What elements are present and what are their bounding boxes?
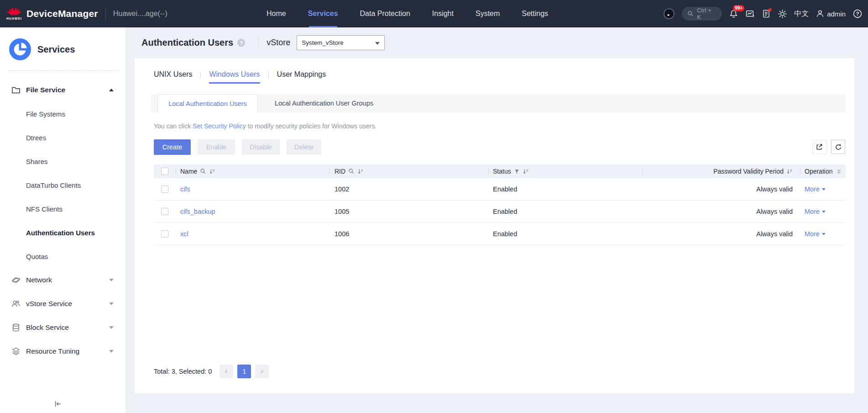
sidebar-group-file-service[interactable]: File Service [0, 78, 125, 102]
set-security-policy-link[interactable]: Set Security Policy [193, 122, 246, 130]
navbar-right: Ctrl + K 99+ 中文 admin [663, 0, 863, 27]
caret-down-icon [822, 233, 826, 235]
filter-icon[interactable] [514, 169, 520, 175]
chevron-up-icon[interactable] [109, 89, 114, 91]
refresh-button[interactable] [831, 140, 845, 154]
column-settings-icon[interactable] [836, 169, 842, 175]
main-nav: Home Services Data Protection Insight Sy… [267, 0, 548, 27]
settings-gear-icon[interactable] [778, 9, 787, 19]
search-icon [687, 11, 694, 17]
search-icon[interactable] [200, 168, 206, 175]
table-header: Name RID Status Password Validity Period [154, 164, 846, 178]
chevron-down-icon[interactable] [109, 326, 114, 329]
search-shortcut: Ctrl + K [697, 7, 716, 21]
caret-down-icon [822, 188, 826, 191]
user-name-link[interactable]: xcl [180, 230, 188, 238]
nav-data-protection[interactable]: Data Protection [360, 0, 410, 27]
create-button[interactable]: Create [154, 139, 191, 155]
huawei-logo: HUAWEI [6, 7, 22, 20]
hint-prefix: You can click [154, 122, 193, 130]
nav-insight[interactable]: Insight [432, 0, 454, 27]
caret-down-icon [822, 211, 826, 213]
table-row: xcl 1006 Enabled Always valid More [154, 223, 846, 245]
sidebar: Services File Service File Systems Dtree… [0, 27, 125, 413]
user-menu[interactable]: admin [816, 9, 846, 18]
nav-system[interactable]: System [476, 0, 500, 27]
sidebar-item-dtrees[interactable]: Dtrees [0, 126, 125, 149]
sort-icon[interactable] [209, 168, 215, 175]
chevron-down-icon[interactable] [109, 302, 114, 305]
local-auth-subtabs: Local Authentication Users Local Authent… [151, 94, 846, 112]
sidebar-group-resource-tuning[interactable]: Resource Tuning [0, 339, 125, 363]
collapse-sidebar-icon[interactable] [54, 400, 62, 409]
row-checkbox[interactable] [161, 185, 168, 193]
column-operation: Operation [805, 168, 832, 175]
delete-button[interactable]: Delete [287, 139, 321, 155]
select-all-checkbox[interactable] [161, 168, 168, 175]
disable-button[interactable]: Disable [242, 139, 280, 155]
toolbar: Create Enable Disable Delete [154, 139, 321, 155]
sidebar-divider [8, 70, 119, 71]
user-type-tabs: UNIX Users Windows Users User Mappings [154, 70, 326, 79]
svg-text:?: ? [856, 11, 859, 16]
language-toggle[interactable]: 中文 [794, 9, 809, 19]
gauge-icon[interactable] [663, 8, 675, 20]
tab-unix-users[interactable]: UNIX Users [154, 70, 192, 79]
rid-value: 1005 [335, 208, 349, 215]
tab-user-mappings[interactable]: User Mappings [277, 70, 326, 79]
export-button[interactable] [812, 140, 826, 154]
vstore-select[interactable]: System_vStore [297, 35, 385, 50]
nav-services[interactable]: Services [308, 0, 338, 27]
performance-chart-icon[interactable] [745, 9, 755, 19]
sidebar-item-authentication-users[interactable]: Authentication Users [0, 221, 125, 244]
database-icon [11, 323, 21, 332]
network-planet-icon [11, 275, 21, 285]
table-row: cifs 1002 Enabled Always valid More [154, 178, 846, 201]
column-name: Name [180, 168, 197, 175]
sidebar-group-block-service[interactable]: Block Service [0, 316, 125, 339]
status-value: Enabled [493, 208, 517, 215]
sort-icon[interactable] [357, 168, 364, 175]
notifications-bell-icon[interactable]: 99+ [729, 9, 738, 19]
page-1-button[interactable]: 1 [237, 365, 251, 378]
sidebar-item-file-systems[interactable]: File Systems [0, 102, 125, 126]
search-icon[interactable] [348, 168, 355, 175]
global-search[interactable]: Ctrl + K [682, 7, 722, 21]
more-menu[interactable]: More [805, 208, 826, 215]
app-title: DeviceManager [26, 8, 98, 19]
help-icon[interactable]: ? [852, 9, 863, 19]
nav-home[interactable]: Home [267, 0, 286, 27]
app: HUAWEI DeviceManager Huawei....age(--) H… [0, 0, 868, 413]
layers-icon [11, 347, 21, 356]
info-icon[interactable] [237, 39, 245, 47]
sort-icon[interactable] [523, 168, 529, 175]
row-checkbox[interactable] [161, 230, 168, 238]
sidebar-item-dataturbo-clients[interactable]: DataTurbo Clients [0, 173, 125, 197]
prev-page-button[interactable] [220, 365, 233, 378]
enable-button[interactable]: Enable [198, 139, 235, 155]
more-menu[interactable]: More [805, 230, 826, 238]
sidebar-item-shares[interactable]: Shares [0, 149, 125, 173]
validity-value: Always valid [756, 185, 793, 193]
tab-windows-users[interactable]: Windows Users [209, 70, 260, 79]
chevron-down-icon[interactable] [109, 350, 114, 353]
more-menu[interactable]: More [805, 185, 826, 193]
services-logo-icon [9, 38, 31, 60]
subtab-local-authentication-user-groups[interactable]: Local Authentication User Groups [258, 94, 390, 112]
nav-settings[interactable]: Settings [522, 0, 548, 27]
chevron-down-icon[interactable] [109, 279, 114, 281]
subtab-local-authentication-users[interactable]: Local Authentication Users [157, 94, 258, 112]
hint-suffix: to modify security policies for Windows … [246, 122, 376, 130]
vstore-users-icon [11, 299, 21, 308]
next-page-button[interactable] [255, 365, 269, 378]
user-name-link[interactable]: cifs [180, 185, 190, 193]
sidebar-group-vstore-service[interactable]: vStore Service [0, 292, 125, 316]
sidebar-item-nfs-clients[interactable]: NFS Clients [0, 197, 125, 221]
sidebar-title: Services [37, 44, 75, 55]
sort-icon[interactable] [786, 168, 793, 175]
sidebar-group-network[interactable]: Network [0, 268, 125, 292]
report-icon[interactable] [762, 9, 771, 18]
sidebar-item-quotas[interactable]: Quotas [0, 244, 125, 268]
user-name-link[interactable]: cifs_backup [180, 208, 215, 215]
row-checkbox[interactable] [161, 208, 168, 215]
